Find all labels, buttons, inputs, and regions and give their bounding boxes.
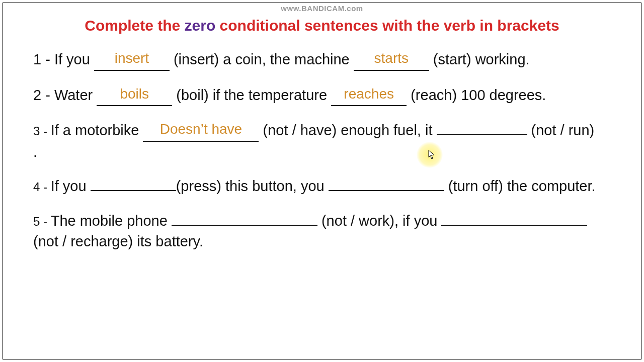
item-4-t3: (turn off) the computer. — [444, 178, 596, 194]
title-before: Complete the — [85, 17, 184, 34]
item-3-ans1: Doesn’t have — [160, 121, 242, 137]
item-5-t2: (not / work), if you — [317, 213, 442, 229]
item-4-blank1 — [91, 190, 176, 191]
exercise-title: Complete the zero conditional sentences … — [3, 17, 641, 34]
item-4-t2: (press) this button, you — [176, 178, 329, 194]
item-3-blank1: Doesn’t have — [143, 120, 259, 142]
item-5-t3: (not / recharge) its battery. — [33, 233, 203, 249]
item-1-t1: If you — [54, 51, 94, 67]
item-3: 3 - If a motorbike Doesn’t have (not / h… — [33, 120, 611, 162]
exercise-body: 1 - If you insert (insert) a coin, the m… — [3, 34, 641, 251]
item-1-t2: (insert) a coin, the machine — [170, 51, 354, 67]
item-1-blank2: starts — [354, 49, 429, 71]
item-2-t3: (reach) 100 degrees. — [407, 87, 546, 103]
item-5-blank1 — [172, 225, 317, 226]
item-1: 1 - If you insert (insert) a coin, the m… — [33, 49, 611, 71]
item-2-t1: Water — [54, 87, 97, 103]
item-3-t3: (not / run) — [527, 122, 595, 138]
item-2-blank2: reaches — [331, 85, 407, 107]
item-3-t2: (not / have) enough fuel, it — [259, 122, 436, 138]
watermark: www.BANDICAM.com — [281, 4, 363, 13]
item-1-t3: (start) working. — [429, 51, 530, 67]
item-2-ans1: boils — [120, 86, 149, 102]
item-5-number: 5 - — [33, 215, 51, 228]
document-frame: www.BANDICAM.com Complete the zero condi… — [3, 3, 641, 359]
item-5-blank2 — [441, 225, 587, 226]
item-4: 4 - If you (press) this button, you (tur… — [33, 176, 611, 197]
title-after: conditional sentences with the verb in b… — [215, 17, 559, 34]
item-3-t4: . — [33, 144, 37, 160]
item-1-number: 1 - — [33, 51, 54, 67]
item-4-t1: If you — [51, 178, 91, 194]
item-5-t1: The mobile phone — [51, 213, 172, 229]
item-4-blank2 — [329, 190, 444, 191]
item-1-ans2: starts — [374, 50, 409, 66]
item-1-blank1: insert — [94, 49, 170, 71]
item-3-blank2 — [437, 134, 527, 135]
title-highlight: zero — [185, 17, 216, 34]
item-2-number: 2 - — [33, 87, 54, 103]
item-4-number: 4 - — [33, 180, 51, 194]
item-2-ans2: reaches — [344, 86, 394, 102]
item-3-number: 3 - — [33, 124, 51, 138]
item-3-t1: If a motorbike — [51, 122, 143, 138]
item-2-blank1: boils — [97, 85, 172, 107]
item-5: 5 - The mobile phone (not / work), if yo… — [33, 211, 611, 251]
item-2-t2: (boil) if the temperature — [172, 87, 331, 103]
item-1-ans1: insert — [115, 50, 149, 66]
item-2: 2 - Water boils (boil) if the temperatur… — [33, 85, 611, 107]
